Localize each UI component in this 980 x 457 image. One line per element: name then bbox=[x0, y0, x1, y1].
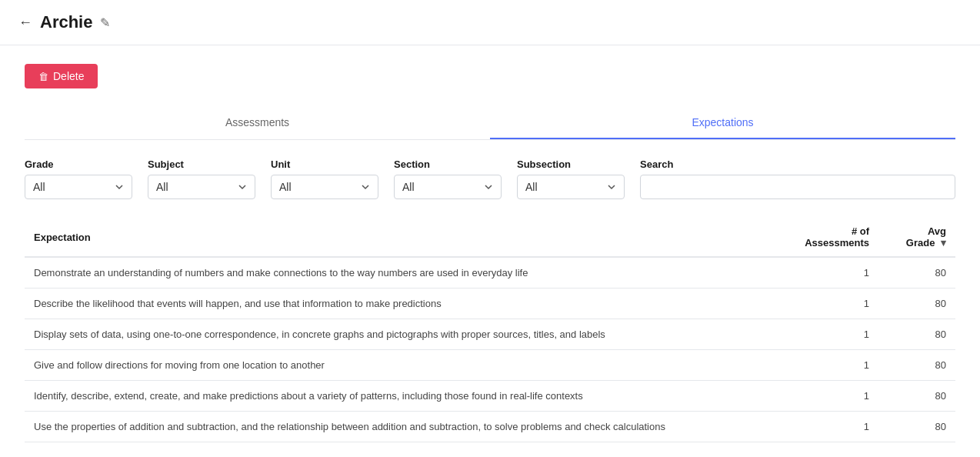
unit-select[interactable]: All bbox=[271, 175, 378, 199]
grade-label: Grade bbox=[25, 158, 132, 170]
table-row: Give and follow directions for moving fr… bbox=[25, 350, 955, 381]
cell-avg-grade: 80 bbox=[878, 381, 955, 412]
cell-avg-grade: 80 bbox=[878, 319, 955, 350]
search-label: Search bbox=[640, 158, 955, 170]
header: ← Archie ✎ bbox=[0, 0, 980, 45]
back-button[interactable]: ← bbox=[18, 15, 32, 31]
cell-expectation: Identify, describe, extend, create, and … bbox=[25, 381, 794, 412]
table-header-row: Expectation # ofAssessments AvgGrade ▾ bbox=[25, 218, 955, 257]
tabs-container: Assessments Expectations bbox=[25, 107, 955, 140]
page: ← Archie ✎ Delete Assessments Expectatio… bbox=[0, 0, 980, 457]
col-expectation: Expectation bbox=[25, 218, 794, 257]
filter-subject: Subject All bbox=[148, 158, 255, 199]
unit-label: Unit bbox=[271, 158, 378, 170]
cell-expectation: Demonstrate an understanding of numbers … bbox=[25, 257, 794, 289]
cell-num-assessments: 1 bbox=[794, 257, 878, 289]
filter-unit: Unit All bbox=[271, 158, 378, 199]
subsection-select[interactable]: All bbox=[517, 175, 625, 199]
subsection-label: Subsection bbox=[517, 158, 625, 170]
filter-section: Section All bbox=[394, 158, 502, 199]
grade-select[interactable]: All bbox=[25, 175, 132, 199]
cell-num-assessments: 1 bbox=[794, 412, 878, 442]
filter-subsection: Subsection All bbox=[517, 158, 625, 199]
cell-num-assessments: 1 bbox=[794, 381, 878, 412]
pencil-icon: ✎ bbox=[100, 16, 110, 29]
sort-icon: ▾ bbox=[941, 237, 946, 249]
content-area: Delete Assessments Expectations Grade Al… bbox=[0, 45, 980, 457]
delete-label: Delete bbox=[53, 70, 84, 82]
cell-avg-grade: 80 bbox=[878, 350, 955, 381]
cell-num-assessments: 1 bbox=[794, 289, 878, 319]
filters-row: Grade All Subject All Unit All Section bbox=[25, 158, 955, 199]
table-row: Display sets of data, using one-to-one c… bbox=[25, 319, 955, 350]
table-row: Demonstrate an understanding of numbers … bbox=[25, 257, 955, 289]
cell-num-assessments: 1 bbox=[794, 319, 878, 350]
subject-select[interactable]: All bbox=[148, 175, 255, 199]
search-input[interactable] bbox=[640, 175, 955, 199]
filter-search: Search bbox=[640, 158, 955, 199]
cell-num-assessments: 1 bbox=[794, 350, 878, 381]
num-assessments-label: # ofAssessments bbox=[805, 225, 869, 249]
subject-label: Subject bbox=[148, 158, 255, 170]
cell-expectation: Give and follow directions for moving fr… bbox=[25, 350, 794, 381]
table-row: Describe the likelihood that events will… bbox=[25, 289, 955, 319]
col-avg-grade[interactable]: AvgGrade ▾ bbox=[878, 218, 955, 257]
delete-button[interactable]: Delete bbox=[25, 64, 98, 88]
cell-avg-grade: 80 bbox=[878, 257, 955, 289]
cell-avg-grade: 80 bbox=[878, 289, 955, 319]
edit-button[interactable]: ✎ bbox=[100, 15, 110, 30]
page-title: Archie bbox=[40, 12, 92, 32]
cell-expectation: Display sets of data, using one-to-one c… bbox=[25, 319, 794, 350]
table-row: Identify, describe, extend, create, and … bbox=[25, 381, 955, 412]
cell-avg-grade: 80 bbox=[878, 412, 955, 442]
tab-expectations[interactable]: Expectations bbox=[490, 107, 955, 139]
cell-expectation: Describe the likelihood that events will… bbox=[25, 289, 794, 319]
cell-expectation: Use the properties of addition and subtr… bbox=[25, 412, 794, 442]
filter-grade: Grade All bbox=[25, 158, 132, 199]
section-select[interactable]: All bbox=[394, 175, 502, 199]
section-label: Section bbox=[394, 158, 502, 170]
table-row: Use the properties of addition and subtr… bbox=[25, 412, 955, 442]
tab-assessments[interactable]: Assessments bbox=[25, 107, 490, 139]
trash-icon bbox=[38, 70, 48, 82]
expectations-table: Expectation # ofAssessments AvgGrade ▾ D… bbox=[25, 218, 955, 442]
col-num-assessments: # ofAssessments bbox=[794, 218, 878, 257]
